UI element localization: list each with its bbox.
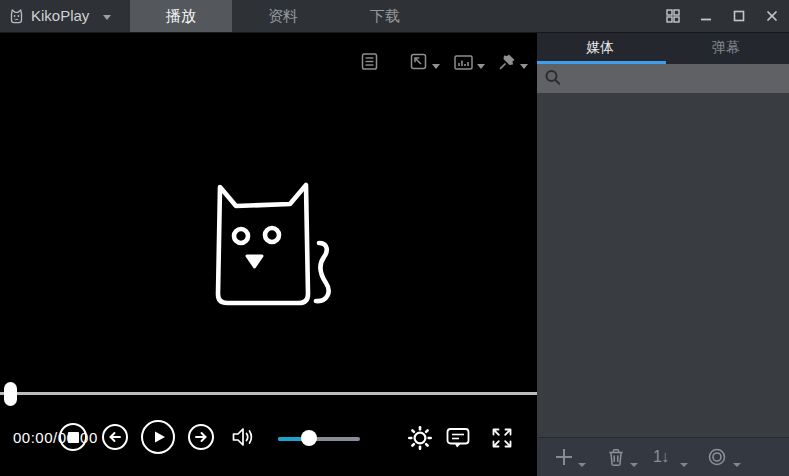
fullscreen-icon[interactable]	[489, 425, 515, 451]
app-grid-button[interactable]	[662, 0, 684, 32]
search-input[interactable]	[565, 66, 783, 91]
play-button[interactable]	[141, 420, 175, 454]
sort-caret-icon[interactable]	[680, 463, 688, 467]
titlebar: KikoPlay 播放 资料 下载	[0, 0, 789, 33]
sidebar: 媒体 弹幕	[537, 33, 789, 476]
trash-icon	[607, 447, 625, 467]
sort-button[interactable]: 1↓	[653, 438, 668, 476]
next-button[interactable]	[188, 424, 214, 450]
media-list[interactable]	[537, 93, 789, 437]
volume-slider[interactable]	[278, 437, 360, 441]
window-controls	[651, 0, 783, 32]
loop-mode-caret-icon[interactable]	[733, 463, 741, 467]
maximize-icon	[733, 10, 745, 22]
screen-scale-caret-icon[interactable]	[432, 64, 440, 69]
minimize-icon	[700, 10, 712, 22]
delete-media-button[interactable]	[607, 438, 625, 476]
stop-button[interactable]	[59, 423, 87, 451]
volume-handle[interactable]	[301, 430, 317, 446]
search-bar[interactable]	[537, 64, 789, 93]
double-circle-icon	[707, 447, 727, 467]
kikoplay-window: KikoPlay 播放 资料 下载	[0, 0, 789, 476]
add-media-caret-icon[interactable]	[578, 463, 586, 467]
speaker-icon[interactable]	[230, 424, 256, 450]
previous-button[interactable]	[102, 424, 128, 450]
loop-mode-button[interactable]	[707, 438, 727, 476]
delete-media-caret-icon[interactable]	[630, 463, 638, 467]
video-player-area[interactable]: 00:00/00:00	[0, 33, 537, 476]
close-icon	[766, 10, 778, 22]
plus-icon	[554, 447, 574, 467]
progress-handle[interactable]	[4, 382, 17, 406]
pin-on-top-icon[interactable]	[497, 52, 517, 72]
close-button[interactable]	[761, 0, 783, 32]
danmu-comment-icon[interactable]	[445, 425, 471, 451]
progress-bar[interactable]	[0, 392, 537, 395]
tab-library[interactable]: 资料	[232, 0, 334, 32]
tab-download[interactable]: 下载	[334, 0, 436, 32]
main-tabs: 播放 资料 下载	[130, 0, 436, 32]
next-icon	[192, 428, 210, 446]
previous-icon	[106, 428, 124, 446]
screen-scale-icon[interactable]	[410, 53, 427, 70]
app-menu-caret-icon[interactable]	[103, 15, 111, 20]
app-cat-icon	[8, 8, 25, 25]
tab-play[interactable]: 播放	[130, 0, 232, 32]
sidebar-tab-danmu[interactable]: 弹幕	[663, 33, 789, 64]
sidebar-tabs: 媒体 弹幕	[537, 33, 789, 64]
pin-on-top-caret-icon[interactable]	[520, 64, 528, 69]
screenshot-icon[interactable]	[454, 55, 473, 70]
volume-fill	[278, 437, 302, 441]
play-icon	[148, 427, 168, 447]
sidebar-toolbar: 1↓	[537, 437, 789, 476]
settings-gear-icon[interactable]	[407, 425, 433, 451]
minimize-button[interactable]	[695, 0, 717, 32]
sort-icon: 1↓	[653, 448, 668, 466]
stop-icon	[68, 432, 79, 443]
search-icon	[544, 69, 562, 87]
layout-grid-icon	[666, 9, 680, 23]
app-title[interactable]: KikoPlay	[31, 0, 89, 32]
sidebar-tab-media[interactable]: 媒体	[537, 33, 663, 64]
add-media-button[interactable]	[554, 438, 574, 476]
screenshot-caret-icon[interactable]	[477, 64, 485, 69]
playlist-icon[interactable]	[361, 53, 378, 70]
kikoplay-cat-logo	[196, 175, 344, 327]
maximize-button[interactable]	[728, 0, 750, 32]
